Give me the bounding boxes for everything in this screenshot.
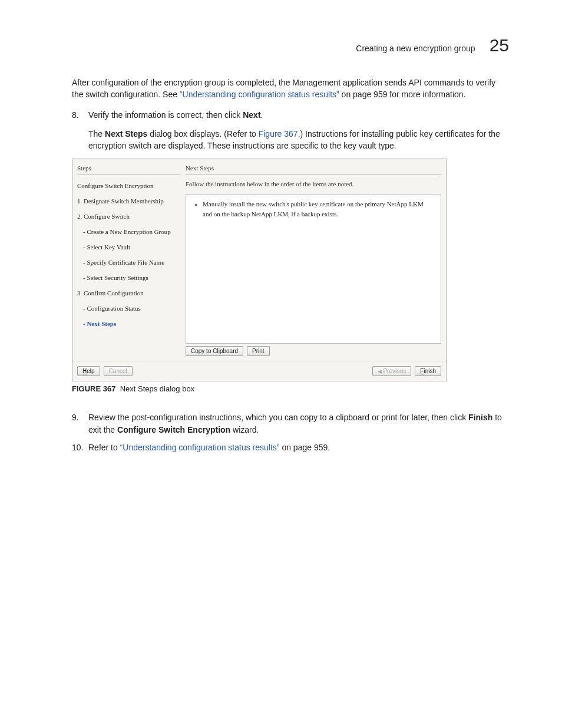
step-number: 9. bbox=[72, 411, 88, 436]
copy-to-clipboard-button[interactable]: Copy to Clipboard bbox=[186, 346, 243, 356]
dialog-instruction-box: Manually install the new switch's public… bbox=[186, 194, 441, 344]
link-config-status-results-2[interactable]: “Understanding configuration status resu… bbox=[120, 443, 280, 452]
figure-caption: FIGURE 367 Next Steps dialog box bbox=[72, 384, 509, 395]
wizard-step: 2. Configure Switch bbox=[77, 209, 181, 225]
print-button[interactable]: Print bbox=[247, 346, 270, 356]
step9-e: wizard. bbox=[230, 425, 259, 434]
step10-a: Refer to bbox=[88, 443, 120, 452]
next-steps-dialog: Steps Configure Switch Encryption1. Desi… bbox=[72, 159, 447, 381]
step10-b: on page 959. bbox=[280, 443, 330, 452]
chapter-number: 25 bbox=[490, 35, 509, 55]
wizard-step: - Select Key Vault bbox=[77, 240, 181, 255]
step8-nextsteps-bold: Next Steps bbox=[105, 129, 147, 139]
intro-text-b: on page 959 for more information. bbox=[339, 90, 466, 99]
header-title: Creating a new encryption group bbox=[356, 44, 475, 53]
wizard-step: Configure Switch Encryption bbox=[77, 179, 181, 194]
step8-p2c: dialog box displays. (Refer to bbox=[147, 129, 258, 139]
dialog-instruction: Follow the instructions below in the ord… bbox=[186, 180, 441, 189]
figure-caption-text: Next Steps dialog box bbox=[120, 384, 194, 393]
wizard-step: - Create a New Encryption Group bbox=[77, 225, 181, 240]
wizard-step: - Specify Certificate File Name bbox=[77, 255, 181, 271]
step-9: 9. Review the post-configuration instruc… bbox=[72, 411, 509, 436]
wizard-step: 3. Confirm Configuration bbox=[77, 286, 181, 301]
intro-paragraph: After configuration of the encryption gr… bbox=[72, 77, 509, 101]
wizard-step: 1. Designate Switch Membership bbox=[77, 194, 181, 209]
figure-label: FIGURE 367 bbox=[72, 384, 115, 393]
dialog-right-label: Next Steps bbox=[186, 164, 441, 175]
help-button[interactable]: Help bbox=[77, 366, 100, 376]
step9-wizard-bold: Configure Switch Encryption bbox=[117, 425, 230, 434]
page-header: Creating a new encryption group 25 bbox=[53, 35, 509, 55]
cancel-button: Cancel bbox=[104, 366, 133, 376]
dialog-steps-panel: Steps Configure Switch Encryption1. Desi… bbox=[72, 159, 186, 361]
step8-next-bold: Next bbox=[243, 110, 260, 120]
wizard-step: - Select Security Settings bbox=[77, 271, 181, 286]
step8-text-a: Verify the information is correct, then … bbox=[88, 110, 243, 120]
step9-a: Review the post-configuration instructio… bbox=[88, 413, 468, 422]
step8-p2a: The bbox=[88, 129, 105, 139]
step9-finish-bold: Finish bbox=[468, 413, 492, 422]
step-8: 8. Verify the information is correct, th… bbox=[72, 109, 509, 406]
link-figure-367[interactable]: Figure 367 bbox=[259, 129, 298, 139]
dialog-bullet: Manually install the new switch's public… bbox=[203, 199, 434, 219]
step8-text-c: . bbox=[261, 110, 263, 120]
wizard-step: - Configuration Status bbox=[77, 301, 181, 317]
dialog-steps-label: Steps bbox=[77, 164, 181, 175]
chevron-left-icon: ◀ bbox=[378, 368, 382, 374]
step-number: 10. bbox=[72, 442, 88, 453]
finish-button[interactable]: Finish bbox=[415, 366, 441, 376]
wizard-step-current: - Next Steps bbox=[77, 317, 181, 332]
step-10: 10. Refer to “Understanding configuratio… bbox=[72, 442, 509, 453]
link-config-status-results-1[interactable]: “Understanding configuration status resu… bbox=[180, 90, 339, 99]
previous-button: ◀Previous bbox=[372, 366, 411, 376]
